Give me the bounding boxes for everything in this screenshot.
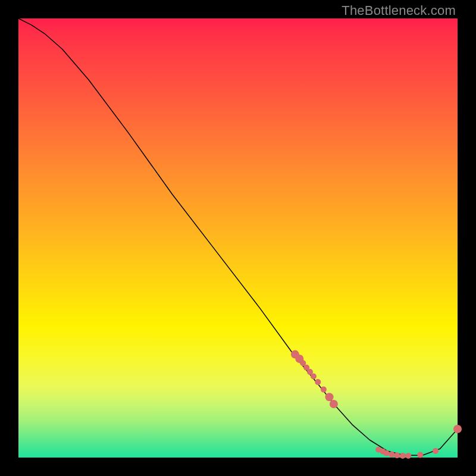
data-marker	[453, 425, 462, 433]
chart-svg	[18, 18, 458, 458]
data-marker	[330, 400, 338, 408]
data-marker	[417, 452, 423, 458]
data-marker	[405, 453, 411, 459]
bottleneck-curve	[18, 18, 458, 455]
plot-area	[18, 18, 458, 458]
chart-stage: TheBottleneck.com	[0, 0, 476, 476]
data-marker	[321, 387, 327, 393]
data-marker	[325, 393, 334, 401]
data-marker	[400, 453, 406, 459]
watermark-text: TheBottleneck.com	[342, 3, 456, 18]
data-marker	[311, 374, 317, 380]
data-marker	[394, 452, 400, 458]
data-marker	[433, 448, 439, 454]
marker-group	[291, 350, 462, 459]
data-marker	[389, 452, 394, 458]
data-marker	[383, 450, 389, 456]
data-marker	[315, 379, 321, 385]
